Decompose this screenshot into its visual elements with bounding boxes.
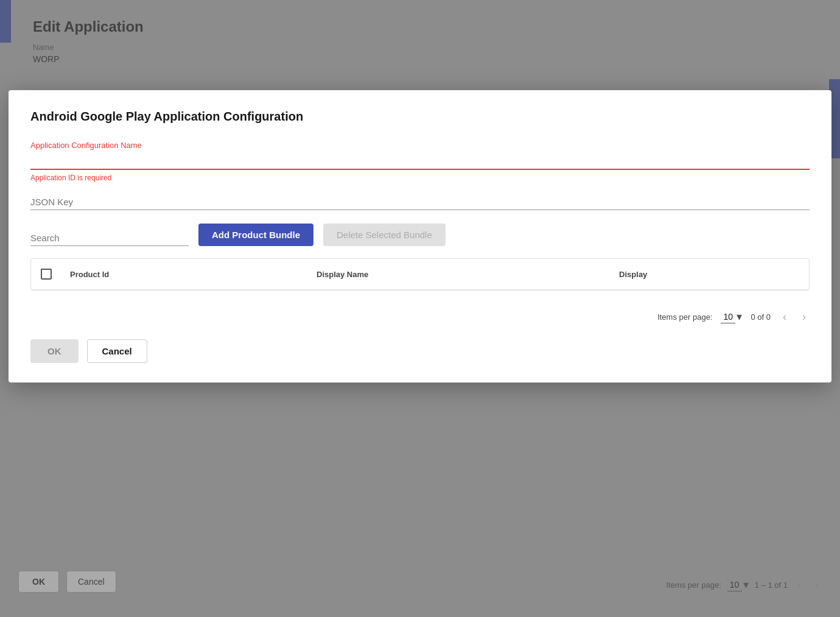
table-header-row: Product Id Display Name Display [31, 259, 809, 290]
pagination-row: Items per page: 10 25 50 ▾ 0 of 0 ‹ › [30, 301, 810, 327]
product-bundle-table-wrapper: Product Id Display Name Display [30, 258, 810, 291]
col-display-name-header: Display Name [308, 259, 611, 290]
items-per-page-select-wrapper[interactable]: 10 25 50 ▾ [721, 310, 742, 323]
json-key-group [30, 194, 810, 213]
col-display-header: Display [611, 259, 809, 290]
add-product-bundle-button[interactable]: Add Product Bundle [198, 224, 313, 246]
page-count: 0 of 0 [751, 312, 771, 322]
toolbar-row: Add Product Bundle Delete Selected Bundl… [30, 224, 810, 246]
cancel-button[interactable]: Cancel [87, 339, 147, 363]
modal-title: Android Google Play Application Configur… [30, 110, 810, 124]
product-bundle-table: Product Id Display Name Display [31, 259, 809, 290]
dropdown-arrow-icon: ▾ [737, 310, 742, 323]
prev-page-button[interactable]: ‹ [779, 309, 790, 325]
table-header: Product Id Display Name Display [31, 259, 809, 290]
app-config-name-group: Application Configuration Name Applicati… [30, 141, 810, 182]
modal-footer: OK Cancel [30, 339, 810, 363]
next-page-button[interactable]: › [799, 309, 810, 325]
select-all-checkbox[interactable] [41, 269, 52, 280]
error-message: Application ID is required [30, 174, 810, 182]
col-checkbox-header[interactable] [31, 259, 61, 290]
app-config-name-input[interactable] [30, 153, 810, 170]
col-product-id-header: Product Id [61, 259, 308, 290]
app-config-label: Application Configuration Name [30, 141, 810, 150]
search-wrapper [30, 230, 189, 246]
delete-selected-bundle-button: Delete Selected Bundle [323, 224, 446, 246]
modal-dialog: Android Google Play Application Configur… [9, 90, 831, 383]
ok-button: OK [30, 339, 79, 363]
items-per-page-select[interactable]: 10 25 50 [721, 311, 735, 323]
json-key-input[interactable] [30, 194, 810, 210]
search-input[interactable] [30, 230, 189, 246]
items-per-page-label: Items per page: [657, 312, 712, 322]
